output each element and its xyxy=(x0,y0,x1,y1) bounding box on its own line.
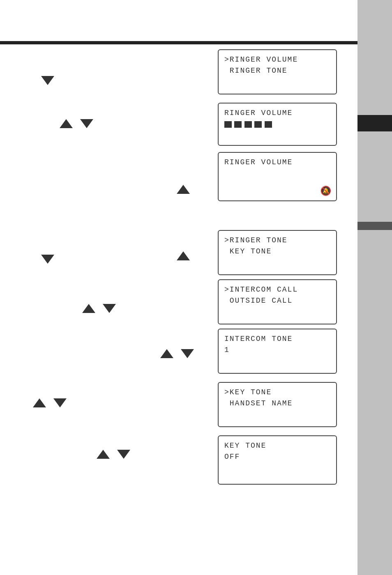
vol-bar-1 xyxy=(224,121,232,128)
display-intercom-tone: INTERCOM TONE 1 xyxy=(218,329,337,374)
display7-line1: >KEY TONE xyxy=(224,387,330,398)
arrow-down-7[interactable] xyxy=(117,450,130,459)
side-tab-dark xyxy=(357,222,392,230)
arrow-up-6[interactable] xyxy=(33,398,46,407)
display6-line1: INTERCOM TONE xyxy=(224,334,330,345)
display7-line2: HANDSET NAME xyxy=(224,398,330,409)
arrow-up-5[interactable] xyxy=(160,349,173,358)
display8-line1: KEY TONE xyxy=(224,440,330,451)
arrow-down-6[interactable] xyxy=(53,398,67,407)
vol-bar-3 xyxy=(244,121,252,128)
arrow-up-3[interactable] xyxy=(177,251,190,260)
display-key-tone-off: KEY TONE OFF xyxy=(218,435,337,485)
arrow-up-1[interactable] xyxy=(177,185,190,194)
display4-line1: >RINGER TONE xyxy=(224,235,330,246)
arrow-down-1[interactable] xyxy=(41,76,54,85)
volume-bars xyxy=(224,121,330,129)
mute-icon: 🔕 xyxy=(320,186,331,196)
display-ringer-volume-bars: RINGER VOLUME xyxy=(218,103,337,146)
side-tab-black xyxy=(357,115,392,131)
display8-line2: OFF xyxy=(224,451,330,462)
display6-line2: 1 xyxy=(224,345,330,356)
display3-line1: RINGER VOLUME xyxy=(224,157,330,168)
display-key-tone-menu: >KEY TONE HANDSET NAME xyxy=(218,382,337,427)
arrow-down-5[interactable] xyxy=(181,349,194,358)
display-ringer-volume-muted: RINGER VOLUME 🔕 xyxy=(218,152,337,201)
arrow-down-2[interactable] xyxy=(80,119,93,128)
display-ringer-volume-menu: >RINGER VOLUME RINGER TONE xyxy=(218,49,337,94)
display1-line2: RINGER TONE xyxy=(224,65,330,76)
top-divider xyxy=(0,41,357,44)
arrow-down-3[interactable] xyxy=(41,255,54,264)
display2-line1: RINGER VOLUME xyxy=(224,108,330,119)
vol-bar-2 xyxy=(234,121,242,128)
display-intercom-call-menu: >INTERCOM CALL OUTSIDE CALL xyxy=(218,279,337,324)
side-tab xyxy=(357,0,392,575)
vol-bar-5 xyxy=(265,121,272,128)
display-ringer-tone-menu: >RINGER TONE KEY TONE xyxy=(218,230,337,275)
display1-line1: >RINGER VOLUME xyxy=(224,54,330,65)
arrow-down-4[interactable] xyxy=(103,304,116,313)
arrow-up-2[interactable] xyxy=(60,119,73,128)
main-content: >RINGER VOLUME RINGER TONE RINGER VOLUME… xyxy=(0,0,357,575)
arrow-up-7[interactable] xyxy=(97,450,110,459)
display5-line1: >INTERCOM CALL xyxy=(224,284,330,295)
vol-bar-4 xyxy=(254,121,262,128)
arrow-up-4[interactable] xyxy=(82,304,95,313)
display5-line2: OUTSIDE CALL xyxy=(224,295,330,306)
display4-line2: KEY TONE xyxy=(224,246,330,257)
